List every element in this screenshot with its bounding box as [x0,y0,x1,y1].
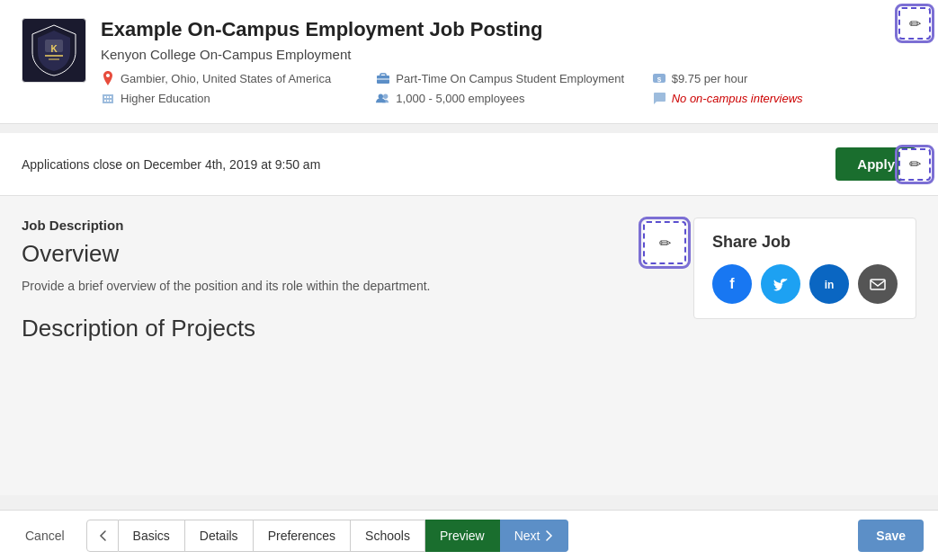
tab-schools[interactable]: Schools [351,520,425,552]
meta-pay: $ $9.75 per hour [652,71,916,85]
pencil-icon-mid: ✏ [909,156,921,173]
tab-preview[interactable]: Preview [425,520,500,552]
location-icon [101,71,115,85]
next-label: Next [514,529,540,543]
svg-text:$: $ [657,76,661,84]
main-content: Job Description Overview Provide a brief… [0,196,938,495]
svg-text:K: K [50,44,58,54]
svg-text:f: f [729,276,735,291]
share-box: Share Job f in [693,218,916,319]
dollar-icon: $ [652,71,666,85]
svg-rect-8 [107,96,109,98]
twitter-share-button[interactable] [761,264,800,304]
building-icon [101,91,115,105]
company-name: Kenyon College On-Campus Employment [101,47,916,62]
svg-point-14 [383,94,388,99]
overview-title: Overview [22,240,621,268]
bottom-navigation: Cancel Basics Details Preferences School… [0,510,938,560]
tab-basics[interactable]: Basics [119,520,185,552]
job-description-title: Job Description [22,218,621,233]
job-description-panel: Job Description Overview Provide a brief… [22,218,621,474]
social-icons: f in [712,264,898,304]
interviews-text: No on-campus interviews [672,92,803,105]
edit-button-content[interactable]: ✏ [643,221,686,264]
svg-rect-10 [104,100,106,102]
chat-icon [652,91,666,105]
prev-button[interactable] [86,520,119,552]
svg-rect-9 [110,96,112,98]
email-share-button[interactable] [858,264,898,304]
company-size-text: 1,000 - 5,000 employees [396,92,524,105]
people-icon [376,91,390,105]
share-title: Share Job [712,233,898,252]
svg-rect-12 [110,100,112,102]
job-title: Example On-Campus Employment Job Posting [101,18,916,41]
header-info: Example On-Campus Employment Job Posting… [101,18,916,105]
company-logo: K [22,18,86,83]
applications-close-text: Applications close on December 4th, 2019… [22,157,320,172]
meta-company-size: 1,000 - 5,000 employees [376,91,640,105]
svg-rect-7 [104,96,106,98]
briefcase-icon [376,71,390,85]
employment-type-text: Part-Time On Campus Student Employment [396,72,624,85]
location-text: Gambier, Ohio, United States of America [121,72,331,85]
edit-button-mid[interactable]: ✏ [898,148,931,181]
edit-button-top[interactable]: ✏ [898,7,931,40]
svg-rect-11 [107,100,109,102]
meta-interviews: No on-campus interviews [652,91,916,105]
svg-text:in: in [825,279,835,291]
meta-employment-type: Part-Time On Campus Student Employment [376,71,640,85]
tab-preferences[interactable]: Preferences [254,520,351,552]
facebook-share-button[interactable]: f [712,264,752,304]
next-button[interactable]: Next [500,520,568,552]
meta-location: Gambier, Ohio, United States of America [101,71,365,85]
header-card: K Example On-Campus Employment Job Posti… [0,0,938,124]
pencil-icon-content: ✏ [659,235,671,252]
overview-text: Provide a brief overview of the position… [22,279,621,293]
share-panel-wrapper: ✏ Share Job f in [643,218,916,474]
pencil-icon-top: ✏ [909,15,921,32]
save-button[interactable]: Save [858,520,924,552]
cancel-button[interactable]: Cancel [14,521,76,550]
meta-industry: Higher Education [101,91,365,105]
linkedin-share-button[interactable]: in [809,264,849,304]
pay-text: $9.75 per hour [672,72,748,85]
svg-rect-17 [871,280,885,289]
projects-title: Description of Projects [22,315,621,342]
applications-bar: Applications close on December 4th, 2019… [0,133,938,196]
tab-details[interactable]: Details [185,520,254,552]
svg-rect-6 [103,94,113,103]
industry-text: Higher Education [121,92,210,105]
meta-grid: Gambier, Ohio, United States of America … [101,71,916,105]
